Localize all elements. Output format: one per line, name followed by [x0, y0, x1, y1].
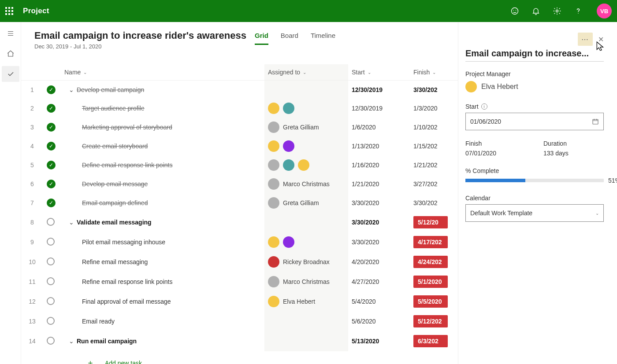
table-row[interactable]: 7✓Email campaign definedGreta Gilliam3/3…	[21, 194, 458, 213]
task-name-cell[interactable]: Email campaign defined	[61, 194, 264, 213]
start-date: 12/30/2019	[348, 81, 410, 99]
start-date: 12/30/2019	[348, 99, 410, 118]
svg-point-1	[513, 10, 514, 11]
row-number: 13	[21, 312, 43, 331]
help-icon[interactable]	[574, 7, 583, 15]
task-status[interactable]	[43, 331, 61, 351]
assigned-cell[interactable]: Greta Gilliam	[264, 118, 348, 137]
main-content: Email campaign to increase rider's aware…	[21, 22, 617, 364]
avatar	[283, 236, 294, 248]
assigned-cell[interactable]	[264, 137, 348, 156]
col-assigned[interactable]: Assigned to⌄	[264, 64, 348, 81]
task-status[interactable]: ✓	[43, 99, 61, 118]
feedback-icon[interactable]	[510, 7, 519, 15]
table-row[interactable]: 9Pilot email messaging inhouse3/30/20204…	[21, 232, 458, 252]
table-row[interactable]: 2✓Target audience profile12/30/20191/3/2…	[21, 99, 458, 118]
table-row[interactable]: 3✓Marketing approval of storyboardGreta …	[21, 118, 458, 137]
app-launcher-icon[interactable]	[5, 7, 13, 15]
task-status[interactable]: ✓	[43, 118, 61, 137]
table-row[interactable]: 11Refine email response link pointsMarco…	[21, 272, 458, 292]
task-name-cell[interactable]: Pilot email messaging inhouse	[61, 232, 264, 252]
table-row[interactable]: 5✓Define email response link points1/16/…	[21, 156, 458, 175]
assigned-cell[interactable]	[264, 232, 348, 252]
assigned-cell[interactable]	[264, 156, 348, 175]
task-name-cell[interactable]: Refine email response link points	[61, 272, 264, 292]
table-row[interactable]: 12Final approval of email messageElva He…	[21, 292, 458, 312]
avatar	[298, 159, 309, 171]
assigned-cell[interactable]	[264, 81, 348, 99]
app-name[interactable]: Project	[23, 7, 49, 15]
tab-board[interactable]: Board	[281, 32, 298, 45]
table-row[interactable]: 8⌄Validate email messaging3/30/20205/12/…	[21, 213, 458, 232]
avatar	[268, 197, 279, 209]
more-actions-button[interactable]: ⋯	[578, 33, 593, 46]
start-date: 5/4/2020	[348, 292, 410, 312]
row-number: 9	[21, 232, 43, 252]
task-name-cell[interactable]: ⌄Run email campaign	[61, 331, 264, 351]
task-name-cell[interactable]: Develop email message	[61, 175, 264, 194]
task-name-cell[interactable]: Final approval of email message	[61, 292, 264, 312]
settings-icon[interactable]	[553, 7, 561, 15]
row-number: 5	[21, 156, 43, 175]
task-status[interactable]	[43, 272, 61, 292]
task-status[interactable]	[43, 292, 61, 312]
close-icon[interactable]: ✕	[598, 35, 604, 44]
assigned-cell[interactable]: Elva Hebert	[264, 292, 348, 312]
finish-date: 4/24/202	[410, 252, 458, 272]
col-start[interactable]: Start⌄	[348, 64, 410, 81]
chevron-down-icon[interactable]: ⌄	[69, 86, 74, 93]
chevron-down-icon[interactable]: ⌄	[69, 338, 74, 345]
chevron-down-icon[interactable]: ⌄	[69, 219, 74, 226]
task-name-cell[interactable]: Define email response link points	[61, 156, 264, 175]
table-row[interactable]: 1✓⌄Develop email campaign12/30/20193/30/…	[21, 81, 458, 99]
table-row[interactable]: 13Email ready5/6/20205/12/202	[21, 312, 458, 331]
user-avatar[interactable]: VB	[597, 4, 612, 18]
info-icon[interactable]: i	[481, 103, 487, 110]
start-date-input[interactable]: 01/06/2020	[465, 113, 604, 130]
task-name-cell[interactable]: Create email storyboard	[61, 137, 264, 156]
task-name-cell[interactable]: ⌄Validate email messaging	[61, 213, 264, 232]
tab-grid[interactable]: Grid	[255, 32, 268, 45]
calendar-label: Calendar	[465, 195, 604, 202]
col-name[interactable]: Name⌄	[61, 64, 264, 81]
project-manager-row[interactable]: Elva Hebert	[465, 81, 604, 92]
add-task-row[interactable]: ＋Add new task	[21, 351, 458, 364]
task-status[interactable]: ✓	[43, 81, 61, 99]
assigned-cell[interactable]	[264, 331, 348, 351]
assigned-cell[interactable]: Greta Gilliam	[264, 194, 348, 213]
assigned-cell[interactable]: Rickey Broadnax	[264, 252, 348, 272]
table-row[interactable]: 6✓Develop email messageMarco Christmas1/…	[21, 175, 458, 194]
task-status[interactable]: ✓	[43, 175, 61, 194]
task-name-cell[interactable]: Email ready	[61, 312, 264, 331]
assigned-cell[interactable]: Marco Christmas	[264, 272, 348, 292]
svg-point-4	[578, 13, 579, 14]
assigned-cell[interactable]: Marco Christmas	[264, 175, 348, 194]
task-name-cell[interactable]: Target audience profile	[61, 99, 264, 118]
tab-timeline[interactable]: Timeline	[311, 32, 335, 45]
pct-complete-bar[interactable]: 51%	[465, 179, 604, 182]
home-icon[interactable]	[2, 46, 19, 62]
task-status[interactable]	[43, 312, 61, 331]
table-row[interactable]: 10Refine email messagingRickey Broadnax4…	[21, 252, 458, 272]
assigned-cell[interactable]	[264, 99, 348, 118]
task-status[interactable]	[43, 252, 61, 272]
task-name-cell[interactable]: Marketing approval of storyboard	[61, 118, 264, 137]
table-row[interactable]: 14⌄Run email campaign5/13/20206/3/202	[21, 331, 458, 351]
task-name-cell[interactable]: ⌄Develop email campaign	[61, 81, 264, 99]
task-status[interactable]	[43, 213, 61, 232]
row-number: 8	[21, 213, 43, 232]
checkmark-icon[interactable]	[2, 66, 19, 82]
task-name-cell[interactable]: Refine email messaging	[61, 252, 264, 272]
notifications-icon[interactable]	[532, 7, 540, 15]
task-status[interactable]: ✓	[43, 137, 61, 156]
assigned-cell[interactable]	[264, 312, 348, 331]
avatar	[268, 178, 279, 190]
calendar-select[interactable]: Default Work Template ⌄	[465, 204, 604, 222]
task-status[interactable]: ✓	[43, 194, 61, 213]
col-finish[interactable]: Finish⌄	[410, 64, 458, 81]
assigned-cell[interactable]	[264, 213, 348, 232]
table-row[interactable]: 4✓Create email storyboard1/13/20201/15/2…	[21, 137, 458, 156]
hamburger-icon[interactable]	[2, 26, 19, 41]
task-status[interactable]: ✓	[43, 156, 61, 175]
task-status[interactable]	[43, 232, 61, 252]
